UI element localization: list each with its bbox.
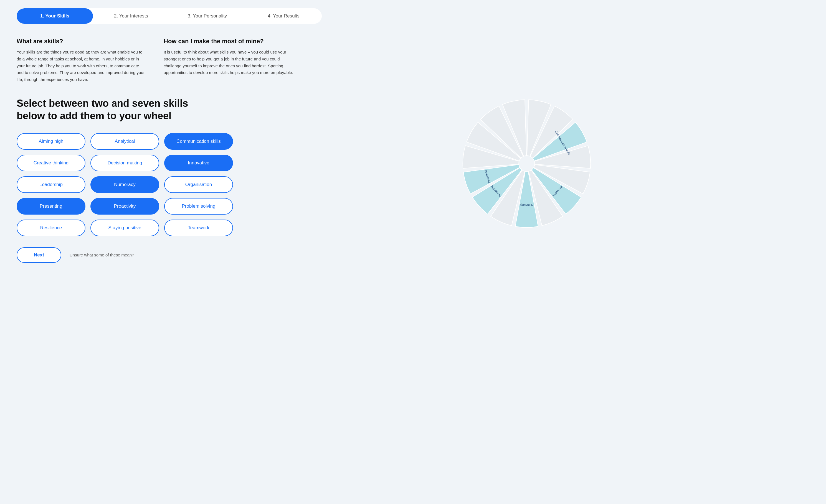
skill-button-analytical[interactable]: Analytical bbox=[91, 133, 159, 150]
info-title-1: What are skills? bbox=[17, 38, 147, 45]
svg-text:Numeracy: Numeracy bbox=[520, 203, 533, 207]
info-title-2: How can I make the most of mine? bbox=[164, 38, 294, 45]
progress-nav: 1. Your Skills2. Your Interests3. Your P… bbox=[17, 8, 809, 24]
skill-button-creative-thinking[interactable]: Creative thinking bbox=[17, 155, 85, 171]
info-block-skills: What are skills? Your skills are the thi… bbox=[17, 38, 147, 83]
skill-button-leadership[interactable]: Leadership bbox=[17, 176, 85, 193]
next-button[interactable]: Next bbox=[17, 247, 61, 263]
main-content: Select between two and seven skills belo… bbox=[17, 97, 809, 263]
next-row: Next Unsure what some of these mean? bbox=[17, 247, 233, 263]
skill-button-aiming-high[interactable]: Aiming high bbox=[17, 133, 85, 150]
nav-step-3[interactable]: 3. Your Personality bbox=[169, 8, 245, 24]
info-body-1: Your skills are the things you're good a… bbox=[17, 49, 147, 83]
info-section: What are skills? Your skills are the thi… bbox=[17, 38, 294, 83]
nav-step-2[interactable]: 2. Your Interests bbox=[93, 8, 169, 24]
right-panel: Communication skillsInnovativeNumeracyPr… bbox=[244, 97, 809, 236]
skill-button-numeracy[interactable]: Numeracy bbox=[91, 176, 159, 193]
skill-button-proactivity[interactable]: Proactivity bbox=[91, 198, 159, 214]
wheel-container: Communication skillsInnovativeNumeracyPr… bbox=[460, 97, 593, 230]
skill-button-presenting[interactable]: Presenting bbox=[17, 198, 85, 214]
nav-step-4[interactable]: 4. Your Results bbox=[245, 8, 322, 24]
info-block-mine: How can I make the most of mine? It is u… bbox=[164, 38, 294, 83]
skills-grid: Aiming highAnalyticalCommunication skill… bbox=[17, 133, 233, 236]
wheel-svg: Communication skillsInnovativeNumeracyPr… bbox=[460, 97, 593, 230]
skill-button-communication-skills[interactable]: Communication skills bbox=[164, 133, 233, 150]
unsure-link[interactable]: Unsure what some of these mean? bbox=[70, 253, 134, 257]
skill-button-decision-making[interactable]: Decision making bbox=[91, 155, 159, 171]
skill-button-teamwork[interactable]: Teamwork bbox=[164, 219, 233, 236]
skill-button-problem-solving[interactable]: Problem solving bbox=[164, 198, 233, 214]
section-title: Select between two and seven skills belo… bbox=[17, 97, 211, 122]
skill-button-staying-positive[interactable]: Staying positive bbox=[91, 219, 159, 236]
skill-button-organisation[interactable]: Organisation bbox=[164, 176, 233, 193]
left-panel: Select between two and seven skills belo… bbox=[17, 97, 233, 263]
skill-button-resilience[interactable]: Resilience bbox=[17, 219, 85, 236]
skill-button-innovative[interactable]: Innovative bbox=[164, 155, 233, 171]
info-body-2: It is useful to think about what skills … bbox=[164, 49, 294, 76]
nav-step-1[interactable]: 1. Your Skills bbox=[17, 8, 93, 24]
